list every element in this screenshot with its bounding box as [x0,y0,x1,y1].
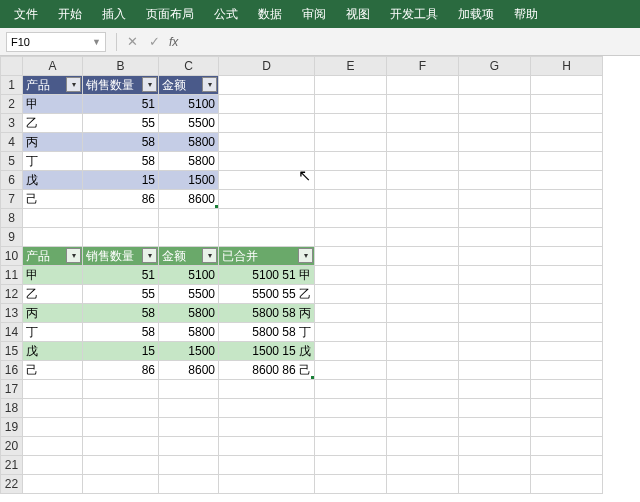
cell[interactable] [387,76,459,95]
cell[interactable] [83,380,159,399]
row-header[interactable]: 8 [1,209,23,228]
formula-input[interactable] [178,32,640,52]
cell[interactable] [459,418,531,437]
cell[interactable] [219,380,315,399]
cell[interactable] [531,475,603,494]
cell[interactable]: 8600 86 己 [219,361,315,380]
cell[interactable] [459,361,531,380]
cell[interactable]: 86 [83,361,159,380]
cell[interactable]: 己 [23,190,83,209]
cell[interactable] [219,190,315,209]
cell[interactable]: 丙 [23,304,83,323]
cell[interactable] [315,152,387,171]
cell[interactable] [387,190,459,209]
cell[interactable] [459,399,531,418]
cell[interactable] [315,171,387,190]
cell[interactable] [219,209,315,228]
cell[interactable] [315,209,387,228]
cell[interactable] [219,152,315,171]
cell[interactable] [387,266,459,285]
row-header[interactable]: 10 [1,247,23,266]
cell[interactable] [531,418,603,437]
cell[interactable] [387,456,459,475]
cell[interactable] [219,437,315,456]
cell[interactable] [387,209,459,228]
row-header[interactable]: 9 [1,228,23,247]
cell[interactable] [531,228,603,247]
cell[interactable]: 1500 15 戊 [219,342,315,361]
row-header[interactable]: 22 [1,475,23,494]
row-header[interactable]: 15 [1,342,23,361]
fill-handle[interactable] [311,376,315,380]
cell[interactable] [23,228,83,247]
cell[interactable]: 5800 [159,323,219,342]
cell[interactable] [459,228,531,247]
ribbon-tab[interactable]: 审阅 [292,0,336,28]
cell[interactable]: 5800 [159,133,219,152]
ribbon-tab[interactable]: 视图 [336,0,380,28]
cell[interactable] [83,209,159,228]
cell[interactable] [459,437,531,456]
cell[interactable] [315,418,387,437]
cell[interactable]: 15 [83,342,159,361]
cell[interactable] [159,418,219,437]
cell[interactable] [531,114,603,133]
fill-handle[interactable] [215,205,219,209]
cell[interactable] [23,418,83,437]
col-header[interactable]: H [531,57,603,76]
cell[interactable] [387,304,459,323]
cell[interactable] [83,437,159,456]
cell[interactable] [83,228,159,247]
cell[interactable] [531,266,603,285]
cell[interactable]: 15 [83,171,159,190]
cell[interactable]: 5100 [159,266,219,285]
cell[interactable]: 8600 [159,190,219,209]
col-header[interactable]: B [83,57,159,76]
row-header[interactable]: 13 [1,304,23,323]
cell[interactable] [219,475,315,494]
cell[interactable]: 己 [23,361,83,380]
filter-dropdown-icon[interactable]: ▾ [298,248,313,263]
col-header[interactable]: A [23,57,83,76]
cell[interactable] [315,380,387,399]
cell[interactable] [83,456,159,475]
cell[interactable] [387,133,459,152]
cell[interactable] [23,475,83,494]
row-header[interactable]: 6 [1,171,23,190]
ribbon-tab[interactable]: 开发工具 [380,0,448,28]
cell[interactable] [531,323,603,342]
cell[interactable] [387,171,459,190]
cell[interactable] [315,437,387,456]
cell[interactable] [159,228,219,247]
col-header[interactable]: G [459,57,531,76]
cell[interactable]: 55 [83,285,159,304]
cell[interactable] [531,437,603,456]
cell[interactable]: 金额▾ [159,247,219,266]
cell[interactable]: 5800 [159,304,219,323]
cell[interactable] [387,95,459,114]
cell[interactable]: 58 [83,152,159,171]
cell[interactable] [459,285,531,304]
cell[interactable] [23,209,83,228]
cell[interactable] [159,475,219,494]
cell[interactable] [315,76,387,95]
cell[interactable]: 5500 [159,114,219,133]
cell[interactable]: 5500 55 乙 [219,285,315,304]
cell[interactable]: 86 [83,190,159,209]
cell[interactable] [387,399,459,418]
filter-dropdown-icon[interactable]: ▾ [66,248,81,263]
cell[interactable] [219,418,315,437]
cell[interactable] [387,342,459,361]
cell[interactable]: 金额▾ [159,76,219,95]
cell[interactable] [459,152,531,171]
cell[interactable] [23,399,83,418]
cell[interactable] [83,475,159,494]
cell[interactable]: 乙 [23,285,83,304]
cell[interactable] [387,323,459,342]
col-header[interactable]: C [159,57,219,76]
cell[interactable] [459,95,531,114]
cell[interactable]: 5500 [159,285,219,304]
cell[interactable] [23,380,83,399]
cancel-icon[interactable]: ✕ [121,34,143,49]
ribbon-tab[interactable]: 公式 [204,0,248,28]
